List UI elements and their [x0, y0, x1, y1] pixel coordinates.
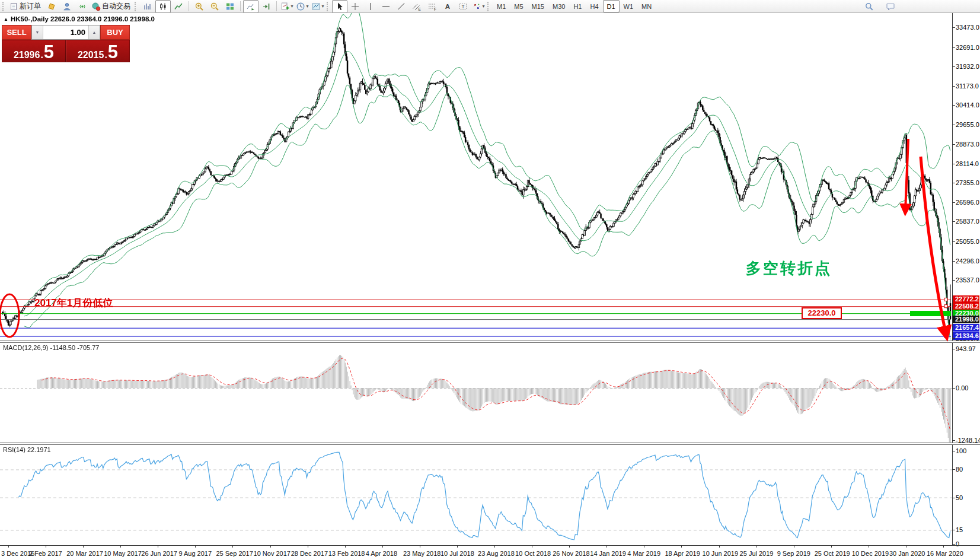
new-order-button[interactable]: 新订单	[8, 0, 44, 13]
timeframe-m30-label: M30	[553, 3, 565, 10]
date-label: 10 Jun 2019	[703, 550, 739, 557]
metaeditor-icon[interactable]	[44, 0, 59, 13]
timeframe-d1[interactable]: D1	[603, 0, 620, 12]
date-label: 2 Feb 2017	[29, 550, 62, 557]
signals-icon[interactable]	[75, 0, 90, 13]
equidistant-channel-button[interactable]: E	[409, 0, 424, 13]
symbol-header[interactable]: ▲HK50-,Daily 22626.0 23364.0 21996.0 219…	[4, 15, 155, 23]
date-label: 26 Nov 2018	[553, 550, 589, 557]
timeframe-h4[interactable]: H4	[586, 0, 602, 12]
indicators-button[interactable]: ▾	[279, 0, 295, 13]
date-tick-mark	[457, 546, 458, 548]
sell-price[interactable]: 21996 . 5	[2, 40, 66, 62]
toolbar-grip	[327, 2, 330, 11]
date-tick-mark	[644, 546, 644, 548]
buy-button[interactable]: BUY	[100, 25, 130, 40]
dropdown-arrow-icon: ▾	[291, 4, 293, 9]
zoom-in-icon-glyph	[194, 2, 204, 11]
cursor-glyph	[335, 2, 344, 11]
search-icon[interactable]	[861, 0, 877, 13]
zoom-in-icon[interactable]	[191, 0, 207, 13]
line-chart-icon-glyph	[174, 2, 183, 11]
rsi-panel-divider[interactable]	[0, 443, 980, 445]
text-button[interactable]: A	[440, 0, 455, 13]
date-label: 26 Jun 2017	[141, 550, 177, 557]
timeframe-m15[interactable]: M15	[528, 0, 548, 12]
volume-decrease-button[interactable]: ▼	[32, 26, 43, 39]
cursor-button[interactable]	[332, 0, 347, 13]
bar-chart-icon[interactable]	[140, 0, 155, 13]
date-tick-mark	[382, 546, 383, 548]
date-label: 9 Aug 2017	[178, 550, 212, 557]
auto-scroll-icon-glyph	[246, 2, 256, 11]
tile-windows-icon[interactable]	[222, 0, 238, 13]
timeframe-h4-label: H4	[590, 3, 598, 10]
chart-window[interactable]: 33473.032691.031932.031173.030414.029655…	[0, 13, 980, 560]
price-tick-mark	[952, 27, 955, 28]
horizontal-line-button[interactable]	[378, 0, 394, 13]
price-tick-mark	[952, 66, 955, 67]
price-tick-label: 24296.0	[956, 257, 979, 265]
symbol-ohlc-text: HK50-,Daily 22626.0 23364.0 21996.0 2199…	[11, 15, 155, 23]
svg-text:T: T	[462, 4, 465, 9]
timeframe-m5[interactable]: M5	[510, 0, 527, 12]
timeframe-m30[interactable]: M30	[548, 0, 569, 12]
crosshair-button[interactable]	[347, 0, 363, 13]
toolbar-grip	[2, 2, 5, 11]
candle-chart-icon[interactable]	[155, 0, 171, 13]
auto-scroll-icon[interactable]	[243, 0, 258, 13]
rsi-tick-mark	[952, 544, 955, 545]
periods-button[interactable]: ▾	[295, 0, 310, 13]
text-label-button[interactable]: T	[455, 0, 471, 13]
templates-button[interactable]: ▾	[310, 0, 325, 13]
date-label: 10 Oct 2018	[515, 550, 551, 557]
date-tick-mark	[681, 546, 682, 548]
price-tick-mark	[952, 280, 955, 281]
price-tick-label: 25837.0	[956, 218, 979, 225]
date-tick-mark	[831, 546, 832, 548]
date-label: 10 Nov 2017	[254, 550, 291, 557]
svg-text:F: F	[434, 7, 436, 11]
vertical-line-button[interactable]	[363, 0, 378, 13]
zoom-out-icon[interactable]	[207, 0, 222, 13]
volume-increase-button[interactable]: ▲	[88, 26, 100, 39]
community-icon[interactable]	[59, 0, 75, 13]
date-label: 10 Dec 2019	[852, 550, 889, 557]
dropdown-arrow-icon: ▾	[306, 4, 308, 9]
date-tick-mark	[308, 546, 308, 548]
price-tick-label: 32691.0	[956, 44, 979, 51]
sell-button[interactable]: SELL	[2, 25, 31, 40]
chat-icon[interactable]	[883, 0, 898, 13]
trendline-button[interactable]	[394, 0, 409, 13]
line-chart-icon[interactable]	[171, 0, 186, 13]
autotrade-button[interactable]: 自动交易	[90, 0, 133, 13]
price-level-badge: 21657.4	[953, 324, 979, 332]
date-label: 4 Mar 2019	[627, 550, 660, 557]
rsi-tick-mark	[952, 451, 955, 451]
fibonacci-button[interactable]: F	[424, 0, 440, 13]
buy-price[interactable]: 22015 . 5	[66, 40, 129, 62]
toolbar-separator	[189, 1, 189, 11]
arrows-button[interactable]: ▾	[471, 0, 486, 13]
macd-tick-label: 943.97	[956, 345, 976, 352]
chart-shift-icon[interactable]	[258, 0, 274, 13]
macd-tick-mark	[952, 349, 955, 349]
annotation-level-box: 22230.0	[802, 307, 842, 319]
horizontal-line-glyph	[381, 2, 391, 11]
date-tick-mark	[719, 546, 720, 548]
volume-input[interactable]: 1.00	[43, 26, 88, 39]
rsi-panel-canvas[interactable]	[0, 445, 952, 545]
date-label: 14 Jan 2019	[590, 550, 626, 557]
timeframe-m1[interactable]: M1	[493, 0, 510, 12]
macd-panel-divider[interactable]	[0, 341, 980, 343]
date-label: 25 Jul 2019	[740, 550, 774, 557]
timeframe-h1[interactable]: H1	[569, 0, 586, 12]
macd-panel-canvas[interactable]	[0, 343, 952, 443]
main-chart-canvas[interactable]	[0, 13, 952, 341]
sell-price-pip: 5	[44, 45, 54, 60]
timeframe-mn[interactable]: MN	[637, 0, 656, 12]
rsi-tick-mark	[952, 530, 955, 530]
timeframe-w1[interactable]: W1	[620, 0, 638, 12]
collapse-icon[interactable]: ▲	[4, 17, 8, 22]
date-tick-mark	[943, 546, 944, 548]
